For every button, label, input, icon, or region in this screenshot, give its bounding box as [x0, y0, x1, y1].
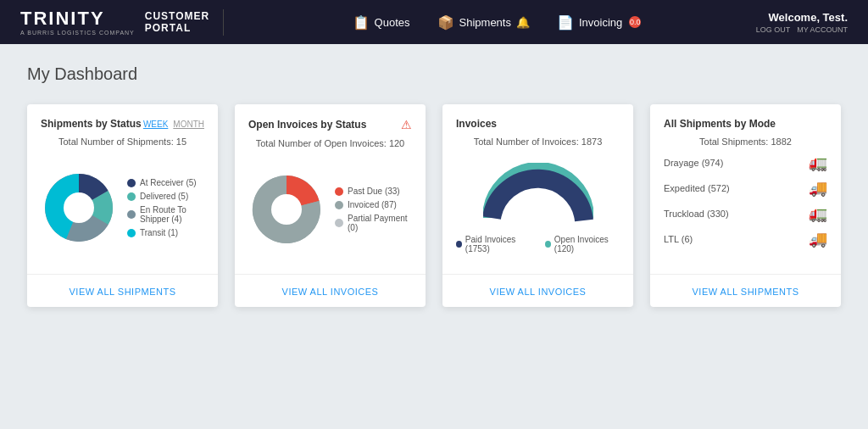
card-shipments-title: Shipments by Status — [41, 118, 142, 130]
nav-invoicing[interactable]: 📄 Invoicing 0.0 — [557, 14, 641, 31]
user-links: LOG OUT MY ACCOUNT — [756, 25, 848, 34]
legend-dot-at-receiver — [127, 179, 136, 187]
mode-drayage-label: Drayage (974) — [664, 158, 802, 168]
nav-quotes-label: Quotes — [375, 16, 410, 29]
legend-label-past-due: Past Due (33) — [348, 187, 400, 196]
invoices-donut-chart — [483, 163, 593, 226]
portal-line1: CUSTOMER — [145, 10, 209, 22]
legend-dot-invoiced — [335, 201, 343, 209]
card-donut-title: Invoices — [456, 118, 497, 130]
legend-label-delivered: Delivered (5) — [140, 192, 188, 201]
mode-drayage: Drayage (974) 🚛 — [664, 153, 827, 172]
legend-invoiced: Invoiced (87) — [335, 200, 412, 209]
legend-dot-delivered — [127, 192, 136, 201]
card-mode-body: All Shipments by Mode Total Shipments: 1… — [650, 104, 841, 274]
quotes-icon: 📋 — [353, 14, 370, 31]
logout-link[interactable]: LOG OUT — [756, 25, 791, 34]
legend-label-paid: Paid Invoices (1753) — [465, 235, 531, 254]
portal-label: CUSTOMER PORTAL — [145, 10, 209, 35]
main-header: TRINITY A BURRIS LOGISTICS COMPANY CUSTO… — [0, 0, 868, 44]
nav-shipments-label: Shipments — [459, 16, 511, 29]
brand-area: TRINITY A BURRIS LOGISTICS COMPANY CUSTO… — [20, 9, 224, 36]
mode-total: Total Shipments: 1882 — [664, 136, 827, 147]
card-shipments-by-status: Shipments by Status WEEK MONTH Total Num… — [27, 104, 218, 307]
mode-truckload-label: Truckload (330) — [664, 209, 802, 219]
view-all-invoices-link-1[interactable]: VIEW ALL INVOICES — [282, 287, 379, 297]
card-mode-header: All Shipments by Mode — [664, 118, 827, 130]
open-invoices-total: Total Number of Open Invoices: 120 — [248, 138, 412, 148]
card-open-invoices: Open Invoices by Status ⚠ Total Number o… — [235, 104, 426, 307]
legend-label-partial: Partial Payment (0) — [348, 214, 412, 232]
invoicing-badge: 0.0 — [629, 16, 641, 28]
legend-label-invoiced: Invoiced (87) — [348, 200, 397, 209]
welcome-text: Welcome, Test. — [769, 11, 848, 24]
week-button[interactable]: WEEK — [143, 120, 168, 129]
trinity-sub: A BURRIS LOGISTICS COMPANY — [20, 30, 135, 36]
shipments-total: Total Number of Shipments: 15 — [41, 136, 204, 147]
card-donut-body: Invoices Total Number of Invoices: 1873 — [442, 104, 633, 274]
legend-paid-invoices: Paid Invoices (1753) — [456, 235, 531, 254]
card-invoices-footer: VIEW ALL INVOICES — [235, 274, 426, 307]
alert-icon: ⚠ — [401, 118, 412, 131]
nav-quotes[interactable]: 📋 Quotes — [353, 14, 410, 31]
month-button[interactable]: MONTH — [173, 120, 204, 129]
legend-label-open: Open Invoices (120) — [554, 235, 620, 254]
mode-truckload: Truckload (330) 🚛 — [664, 204, 827, 223]
legend-label-en-route: En Route To Shipper (4) — [140, 205, 204, 224]
ltl-truck-icon: 🚚 — [809, 230, 827, 248]
card-mode-title: All Shipments by Mode — [664, 118, 776, 130]
card-donut-header: Invoices — [456, 118, 620, 130]
open-invoices-chart-area: Past Due (33) Invoiced (87) Partial Paym… — [248, 159, 412, 260]
open-invoices-legend: Past Due (33) Invoiced (87) Partial Paym… — [335, 187, 412, 232]
shipments-legend: At Receiver (5) Delivered (5) En Route T… — [127, 178, 204, 237]
legend-dot-partial — [335, 219, 343, 227]
mode-ltl-label: LTL (6) — [664, 234, 802, 244]
view-all-shipments-link-1[interactable]: VIEW ALL SHIPMENTS — [70, 287, 176, 297]
invoices-total: Total Number of Invoices: 1873 — [456, 136, 620, 147]
legend-delivered: Delivered (5) — [127, 192, 204, 201]
card-shipments-footer: VIEW ALL SHIPMENTS — [27, 274, 218, 307]
legend-partial-payment: Partial Payment (0) — [335, 214, 412, 232]
card-invoices-title: Open Invoices by Status — [248, 119, 366, 131]
svg-point-3 — [271, 194, 302, 225]
user-area: Welcome, Test. LOG OUT MY ACCOUNT — [756, 11, 848, 34]
card-mode-footer: VIEW ALL SHIPMENTS — [650, 274, 841, 307]
legend-dot-past-due — [335, 187, 343, 196]
legend-past-due: Past Due (33) — [335, 187, 412, 196]
time-controls: WEEK MONTH — [143, 120, 204, 129]
view-all-invoices-link-2[interactable]: VIEW ALL INVOICES — [490, 287, 587, 297]
card-invoices-body: Open Invoices by Status ⚠ Total Number o… — [235, 104, 426, 274]
trinity-name: TRINITY — [20, 9, 105, 28]
portal-line2: PORTAL — [145, 22, 209, 34]
mode-expedited: Expedited (572) 🚚 — [664, 179, 827, 198]
card-shipments-by-mode: All Shipments by Mode Total Shipments: 1… — [650, 104, 841, 307]
card-invoices-header: Open Invoices by Status ⚠ — [248, 118, 412, 131]
card-donut-footer: VIEW ALL INVOICES — [442, 274, 633, 307]
main-nav: 📋 Quotes 📦 Shipments 🔔 📄 Invoicing 0.0 — [237, 14, 755, 31]
account-link[interactable]: MY ACCOUNT — [797, 25, 848, 34]
invoicing-icon: 📄 — [557, 14, 574, 31]
card-shipments-body: Shipments by Status WEEK MONTH Total Num… — [27, 104, 218, 274]
legend-open-invoices: Open Invoices (120) — [545, 235, 620, 254]
legend-dot-transit — [127, 229, 136, 237]
nav-shipments[interactable]: 📦 Shipments 🔔 — [437, 14, 530, 31]
trinity-logo: TRINITY A BURRIS LOGISTICS COMPANY — [20, 9, 135, 36]
legend-en-route: En Route To Shipper (4) — [127, 205, 204, 224]
donut-legend: Paid Invoices (1753) Open Invoices (120) — [456, 235, 620, 254]
mode-list: Drayage (974) 🚛 Expedited (572) 🚚 Truckl… — [664, 153, 827, 248]
legend-dot-en-route — [127, 210, 136, 219]
card-shipments-header: Shipments by Status WEEK MONTH — [41, 118, 204, 130]
open-invoices-pie-chart — [248, 171, 325, 248]
main-content: My Dashboard Shipments by Status WEEK MO… — [0, 44, 868, 327]
svg-point-1 — [64, 192, 94, 223]
legend-transit: Transit (1) — [127, 228, 204, 237]
dashboard-cards: Shipments by Status WEEK MONTH Total Num… — [27, 104, 841, 307]
shipments-bell-icon: 🔔 — [516, 16, 530, 29]
drayage-truck-icon: 🚛 — [809, 153, 827, 172]
view-all-shipments-link-2[interactable]: VIEW ALL SHIPMENTS — [693, 287, 799, 297]
shipments-chart-area: At Receiver (5) Delivered (5) En Route T… — [41, 157, 204, 259]
page-title: My Dashboard — [27, 64, 841, 84]
legend-dot-paid — [456, 241, 462, 248]
expedited-truck-icon: 🚚 — [809, 179, 827, 198]
shipments-pie-chart — [41, 170, 117, 246]
